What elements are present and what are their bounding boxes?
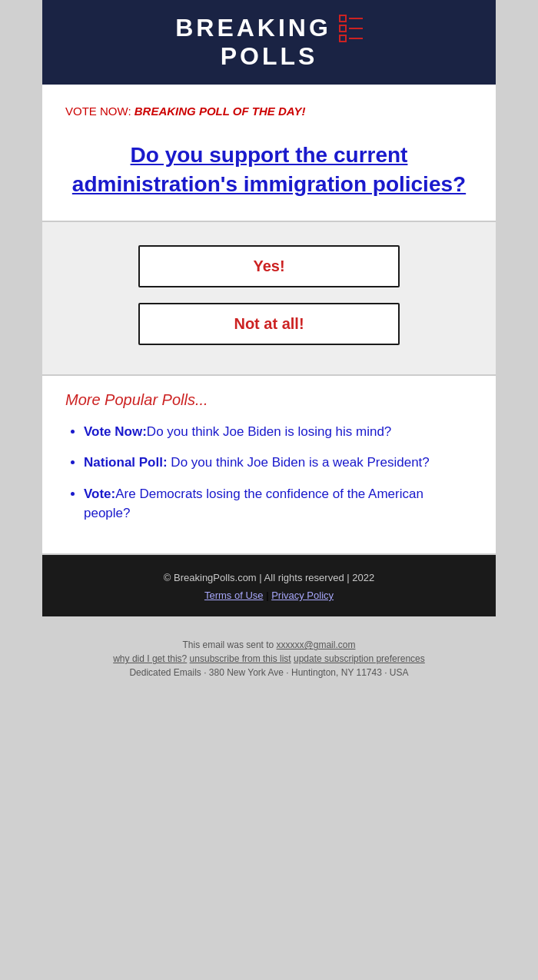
vote-label-prefix: VOTE NOW: [65, 105, 134, 118]
poll-link-2-text[interactable]: Do you think Joe Biden is a weak Preside… [168, 455, 430, 470]
logo-line-1 [349, 18, 363, 19]
email-wrapper: BREAKING [0, 0, 538, 693]
vote-label-bold: BREAKING POLL OF THE DAY! [134, 105, 306, 118]
email-footer: This email was sent to xxxxxx@gmail.com … [0, 616, 538, 693]
unsubscribe-links: why did I get this? unsubscribe from thi… [15, 653, 523, 664]
no-button[interactable]: Not at all! [138, 303, 400, 345]
list-item: National Poll: Do you think Joe Biden is… [84, 453, 473, 473]
why-link[interactable]: why did I get this? [113, 653, 187, 664]
header: BREAKING [42, 0, 496, 85]
more-polls-section: More Popular Polls... Vote Now:Do you th… [42, 376, 496, 556]
header-title: BREAKING [175, 14, 363, 71]
footer-copyright: © BreakingPolls.com | All rights reserve… [58, 572, 480, 583]
header-brand-line1: BREAKING [175, 14, 331, 42]
vote-label: VOTE NOW: BREAKING POLL OF THE DAY! [65, 103, 473, 119]
buttons-section: Yes! Not at all! [42, 222, 496, 376]
logo-square-1 [339, 15, 347, 22]
list-item: Vote Now:Do you think Joe Biden is losin… [84, 423, 473, 442]
poll-question: Do you support the current administratio… [65, 133, 473, 205]
logo-line-3 [349, 38, 363, 39]
logo-line-2 [349, 28, 363, 29]
update-preferences-link[interactable]: update subscription preferences [294, 653, 425, 664]
poll-link-2-bold[interactable]: National Poll: [84, 455, 168, 470]
polls-list: Vote Now:Do you think Joe Biden is losin… [65, 423, 473, 523]
email-container: BREAKING [42, 0, 496, 616]
poll-link-3-text[interactable]: Are Democrats losing the confidence of t… [84, 487, 423, 520]
logo-square-3 [339, 35, 347, 42]
poll-link-1-bold[interactable]: Vote Now: [84, 424, 147, 439]
header-brand-line2: POLLS [221, 42, 318, 71]
sent-to-email[interactable]: xxxxxx@gmail.com [277, 639, 356, 650]
vote-section: VOTE NOW: BREAKING POLL OF THE DAY! Do y… [42, 85, 496, 222]
yes-button[interactable]: Yes! [138, 245, 400, 287]
privacy-policy-link[interactable]: Privacy Policy [271, 590, 334, 601]
logo-icon [339, 15, 363, 42]
logo-row-1 [339, 15, 363, 22]
header-line2: POLLS [221, 42, 318, 71]
logo-row-2 [339, 25, 363, 32]
header-text-wrap: BREAKING [175, 14, 363, 71]
logo-square-2 [339, 25, 347, 32]
unsubscribe-link[interactable]: unsubscribe from this list [190, 653, 291, 664]
email-sent-to: This email was sent to xxxxxx@gmail.com [15, 639, 523, 650]
terms-of-use-link[interactable]: Terms of Use [204, 590, 264, 601]
logo-row-3 [339, 35, 363, 42]
poll-link-3-bold[interactable]: Vote: [84, 487, 115, 501]
poll-link-1-text[interactable]: Do you think Joe Biden is losing his min… [147, 424, 391, 439]
footer-links: Terms of Use | Privacy Policy [58, 590, 480, 601]
more-polls-title: More Popular Polls... [65, 391, 473, 409]
footer: © BreakingPolls.com | All rights reserve… [42, 555, 496, 616]
sent-to-prefix: This email was sent to [183, 639, 277, 650]
list-item: Vote:Are Democrats losing the confidence… [84, 485, 473, 523]
header-line1: BREAKING [175, 14, 363, 42]
dedicated-emails: Dedicated Emails · 380 New York Ave · Hu… [15, 667, 523, 678]
